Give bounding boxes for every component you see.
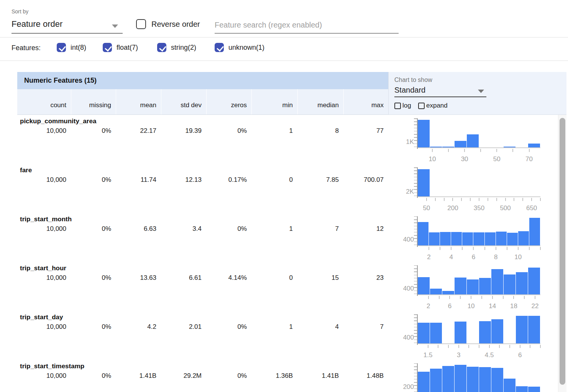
histogram-trip_start_timestamp: 200 xyxy=(399,364,552,392)
filter-int[interactable]: int(8) xyxy=(57,43,86,52)
float-checkbox[interactable] xyxy=(103,43,112,52)
histogram-bar[interactable] xyxy=(462,232,473,245)
histogram-bar[interactable] xyxy=(496,232,507,245)
x-axis-tick xyxy=(448,149,449,152)
histogram-bar[interactable] xyxy=(467,279,479,294)
histogram-bar[interactable] xyxy=(467,367,479,392)
histogram-bar[interactable] xyxy=(430,289,442,294)
histogram-bar[interactable] xyxy=(528,268,540,294)
expand-control[interactable]: expand xyxy=(418,102,448,109)
histogram-bar[interactable] xyxy=(442,291,454,294)
log-scale-control[interactable]: log xyxy=(394,102,411,109)
histogram-bar[interactable] xyxy=(430,369,442,392)
histogram-trip_start_month: 400 246810 xyxy=(399,217,552,262)
expand-checkbox[interactable] xyxy=(418,103,425,109)
histogram-plot[interactable] xyxy=(418,217,540,246)
histogram-bar[interactable] xyxy=(418,169,430,196)
filter-string[interactable]: string(2) xyxy=(157,43,196,52)
histogram-bar[interactable] xyxy=(528,387,540,392)
histogram-bar[interactable] xyxy=(455,278,466,294)
stat-zeros: 0% xyxy=(206,225,251,233)
y-axis-label: 200 xyxy=(399,383,414,391)
histogram-bar[interactable] xyxy=(529,218,540,245)
sort-by-value: Feature order xyxy=(11,19,62,29)
histogram-bar[interactable] xyxy=(429,232,440,245)
histogram-bar[interactable] xyxy=(479,278,491,294)
log-checkbox[interactable] xyxy=(394,103,401,109)
histogram-plot[interactable] xyxy=(418,168,540,197)
histogram-bar[interactable] xyxy=(504,274,515,294)
feature-search-input[interactable] xyxy=(215,17,399,34)
histogram-bar[interactable] xyxy=(504,379,515,392)
filter-unknown-label: unknown(1) xyxy=(228,44,264,52)
feature-name: trip_start_timestamp xyxy=(20,363,84,370)
column-header-mean: mean xyxy=(116,89,161,114)
histogram-bar[interactable] xyxy=(491,269,503,294)
histogram-bar[interactable] xyxy=(430,147,442,147)
sort-by-dropdown[interactable]: Feature order xyxy=(11,18,123,34)
x-axis-tick xyxy=(488,198,488,201)
stat-stddev: 29.2M xyxy=(161,372,206,380)
histogram-bar[interactable] xyxy=(418,372,430,392)
reverse-order-checkbox[interactable] xyxy=(136,19,146,29)
feature-type-filters: Features: int(8) float(7) string(2) unkn… xyxy=(0,37,568,61)
feature-stats: 10,000 0% 1.41B 29.2M 0% 1.36B 1.41B 1.4… xyxy=(17,372,388,380)
histogram-bar[interactable] xyxy=(430,323,442,343)
histogram-bar[interactable] xyxy=(518,231,529,245)
histogram-bar[interactable] xyxy=(418,277,430,294)
x-axis-tick xyxy=(468,345,469,348)
reverse-order-control[interactable]: Reverse order xyxy=(136,19,200,29)
chart-to-show-label: Chart to show xyxy=(394,77,432,83)
x-axis-tick-label: 2 xyxy=(427,302,430,310)
histogram-bar[interactable] xyxy=(442,366,454,392)
histogram-plot[interactable] xyxy=(418,364,540,392)
histogram-bar[interactable] xyxy=(504,147,515,147)
histogram-bar[interactable] xyxy=(440,232,451,245)
string-checkbox[interactable] xyxy=(157,43,166,52)
histogram-bar[interactable] xyxy=(528,144,540,147)
chart-type-value: Standard xyxy=(394,86,425,95)
x-axis-tick-label: 6 xyxy=(448,302,451,310)
histogram-bar[interactable] xyxy=(491,368,503,392)
histogram-bar[interactable] xyxy=(418,120,430,147)
histogram-bar[interactable] xyxy=(455,322,466,343)
int-checkbox[interactable] xyxy=(57,43,66,52)
histogram-bar[interactable] xyxy=(455,365,466,392)
histogram-plot[interactable] xyxy=(418,315,540,344)
x-axis-tick-label: 6 xyxy=(472,253,475,261)
x-axis-tick xyxy=(461,198,462,201)
filter-float[interactable]: float(7) xyxy=(103,43,138,52)
stat-mean: 6.63 xyxy=(116,225,161,233)
histogram-plot[interactable] xyxy=(418,119,540,148)
unknown-checkbox[interactable] xyxy=(215,43,224,52)
stat-count: 10,000 xyxy=(17,274,71,282)
stat-max: 23 xyxy=(343,274,388,282)
histogram-plot[interactable] xyxy=(418,266,540,295)
chart-type-dropdown[interactable]: Standard xyxy=(394,85,486,97)
vertical-scrollbar-thumb[interactable] xyxy=(560,118,565,385)
histogram-bar[interactable] xyxy=(485,232,496,245)
histogram-bar[interactable] xyxy=(479,321,491,343)
histogram-bar[interactable] xyxy=(418,222,428,245)
x-axis-tick xyxy=(428,247,429,250)
histogram-bar[interactable] xyxy=(491,319,503,343)
histogram-bar[interactable] xyxy=(516,272,528,294)
histogram-bar[interactable] xyxy=(467,134,479,147)
histogram-bar[interactable] xyxy=(516,386,528,392)
stat-max: 77 xyxy=(343,127,388,135)
filter-unknown[interactable]: unknown(1) xyxy=(215,43,264,52)
histogram-bar[interactable] xyxy=(528,316,540,343)
histogram-bar[interactable] xyxy=(473,232,484,245)
histogram-bar[interactable] xyxy=(451,232,462,245)
x-axis-tick xyxy=(464,149,465,152)
stat-stddev: 3.4 xyxy=(161,225,206,233)
stat-mean: 13.63 xyxy=(116,274,161,282)
histogram-bar[interactable] xyxy=(479,367,491,392)
x-axis-tick xyxy=(471,296,471,299)
histogram-bar[interactable] xyxy=(455,141,466,147)
histogram-bar[interactable] xyxy=(507,233,518,245)
x-axis-tick-label: 10 xyxy=(468,302,475,310)
histogram-bar[interactable] xyxy=(442,147,454,147)
histogram-bar[interactable] xyxy=(516,316,528,343)
histogram-bar[interactable] xyxy=(418,323,430,343)
